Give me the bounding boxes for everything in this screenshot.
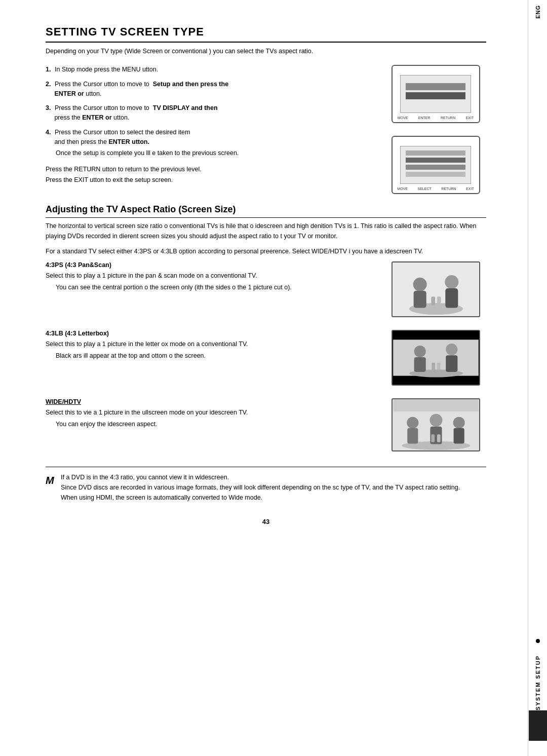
sidebar-bullet: [536, 639, 540, 643]
sub-section-title: Adjusting the TV Aspect Ratio (Screen Si…: [46, 204, 486, 218]
tv-screen-1: MOVE ENTER RETURN EXIT: [392, 65, 480, 123]
aspect-43ps-heading: 4:3PS (4:3 Pan&Scan): [46, 261, 375, 269]
tv2-bar2: [406, 158, 465, 163]
svg-rect-20: [407, 428, 418, 444]
step4c: and then press the: [54, 138, 107, 145]
aspect-43ps-note: You can see the central portion o the sc…: [56, 283, 375, 292]
svg-rect-7: [437, 296, 441, 305]
note-line2: Since DVD discs are recorded in various …: [61, 482, 486, 493]
step1-num: 1.: [46, 66, 51, 73]
aspect-wide-text: WIDE/HDTV Select this to vie a 1 picture…: [46, 398, 375, 429]
tv2-bar3: [406, 165, 465, 170]
tv-menu-bar-2: [406, 92, 465, 99]
step2e: utton.: [86, 90, 101, 97]
step3b: utton to move to: [104, 104, 149, 111]
step-3: 3. Press the Cursor utton to move to TV …: [46, 103, 375, 123]
note-line3: When using HDMI, the screen is automatic…: [61, 493, 486, 503]
tv-bottom-labels-2: MOVE SELECT RETURN EXIT: [393, 187, 479, 191]
aspect-wide-heading: WIDE/HDTV: [46, 398, 375, 405]
scene-wide-box: [392, 398, 480, 451]
aspect-wide-note: You can enjoy the idescreen aspect.: [56, 420, 375, 429]
step-1: 1. In Stop mode press the MENU utton.: [46, 65, 375, 74]
step2-num: 2.: [46, 81, 51, 88]
page-title: SETTING TV SCREEN TYPE: [46, 25, 486, 43]
aspect-43lb-image: [385, 330, 486, 386]
steps-section: 1. In Stop mode press the MENU utton. 2.…: [46, 65, 486, 194]
tv2-bar1: [406, 150, 465, 156]
steps-column: 1. In Stop mode press the MENU utton. 2.…: [46, 65, 375, 194]
step2b: utton to move to: [104, 81, 149, 88]
note-letter: M: [46, 472, 56, 503]
tv2-label-move: MOVE: [397, 187, 408, 191]
press-note-1: Press the RETURN utton to return to the …: [46, 164, 375, 175]
svg-rect-6: [431, 296, 435, 305]
svg-rect-16: [437, 363, 440, 370]
svg-rect-14: [446, 355, 457, 372]
note-text: If a DVD is in the 4:3 ratio, you cannot…: [61, 472, 486, 503]
step-4: 4. Press the Cursor utton to select the …: [46, 128, 375, 158]
step3a: Press the Cursor: [55, 104, 102, 111]
tv2-label-return: RETURN: [441, 187, 456, 191]
svg-rect-12: [414, 357, 425, 372]
note-box: M If a DVD is in the 4:3 ratio, you cann…: [46, 467, 486, 503]
tv-screen-2-inner: [400, 146, 471, 184]
svg-rect-25: [431, 434, 435, 442]
step4d: ENTER utton.: [108, 138, 149, 145]
svg-rect-24: [453, 428, 464, 444]
step-2: 2. Press the Cursor utton to move to Set…: [46, 80, 375, 99]
step4-num: 4.: [46, 129, 51, 136]
svg-rect-26: [437, 434, 440, 442]
sidebar-black-bar: [529, 710, 547, 741]
tv-label-move: MOVE: [398, 116, 408, 120]
svg-rect-5: [445, 288, 458, 308]
aspect-43lb-note: Black ars ill appear at the top and otto…: [56, 351, 375, 361]
sidebar-system-label: SYSTEM SETUP: [535, 645, 541, 710]
sub-section-body1: The horizontal to vertical screen size r…: [46, 221, 486, 241]
step4a: Press the Cursor: [55, 129, 102, 136]
press-note-2: Press the EXIT utton to exit the setup s…: [46, 175, 375, 185]
aspect-43lb-body: Select this to play a 1 picture in the l…: [46, 339, 375, 349]
scene-43ps-box: [392, 261, 480, 317]
step4-indent-note: Once the setup is complete you ill e tak…: [56, 148, 375, 158]
aspect-wide-row: WIDE/HDTV Select this to vie a 1 picture…: [46, 398, 486, 451]
step2a: Press the Cursor: [55, 81, 102, 88]
aspect-43ps-image: [385, 261, 486, 317]
svg-point-4: [445, 275, 458, 289]
tv-label-enter: ENTER: [418, 116, 431, 120]
step3d: press the: [54, 114, 80, 121]
aspect-43ps-body: Select this to play a 1 picture in the p…: [46, 271, 375, 281]
aspect-wide-body: Select this to vie a 1 picture in the ul…: [46, 407, 375, 418]
svg-rect-15: [432, 363, 435, 370]
svg-point-23: [453, 417, 464, 429]
step2d: ENTER or: [54, 90, 84, 97]
svg-point-11: [414, 346, 425, 357]
step1-text: In Stop mode press the MENU utton.: [55, 66, 158, 73]
aspect-43lb-text: 4:3LB (4:3 Letterbox) Select this to pla…: [46, 330, 375, 361]
tv2-label-select: SELECT: [418, 187, 432, 191]
scene-43lb-svg: [393, 331, 479, 385]
tv-screen-2: MOVE SELECT RETURN EXIT: [392, 136, 480, 194]
svg-point-2: [413, 278, 426, 291]
tv-label-return: RETURN: [441, 116, 455, 120]
step3-num: 3.: [46, 104, 51, 111]
sub-section-body2: For a standard TV select either 4:3PS or…: [46, 246, 486, 256]
scene-wide-svg: [393, 399, 479, 450]
svg-point-21: [429, 414, 442, 427]
step3e: ENTER or: [82, 114, 111, 121]
scene-43ps-svg: [393, 262, 479, 316]
step4b: utton to select the desired item: [104, 129, 190, 136]
press-notes: Press the RETURN utton to return to the …: [46, 164, 375, 186]
svg-rect-27: [393, 399, 478, 411]
step3c: TV DISPLAY and then: [153, 104, 218, 111]
scene-43lb-box: [392, 330, 480, 386]
svg-point-19: [407, 417, 418, 429]
intro-text: Depending on your TV type (Wide Screen o…: [46, 48, 486, 55]
note-line1: If a DVD is in the 4:3 ratio, you cannot…: [61, 472, 486, 482]
aspect-wide-image: [385, 398, 486, 451]
step2c: Setup and then press the: [153, 81, 228, 88]
aspect-43lb-row: 4:3LB (4:3 Letterbox) Select this to pla…: [46, 330, 486, 386]
svg-rect-3: [413, 291, 426, 308]
tv-screens-column: MOVE ENTER RETURN EXIT MOVE SELECT RETU: [385, 65, 486, 194]
tv-screen-1-inner: [400, 75, 471, 113]
svg-point-13: [446, 344, 457, 355]
